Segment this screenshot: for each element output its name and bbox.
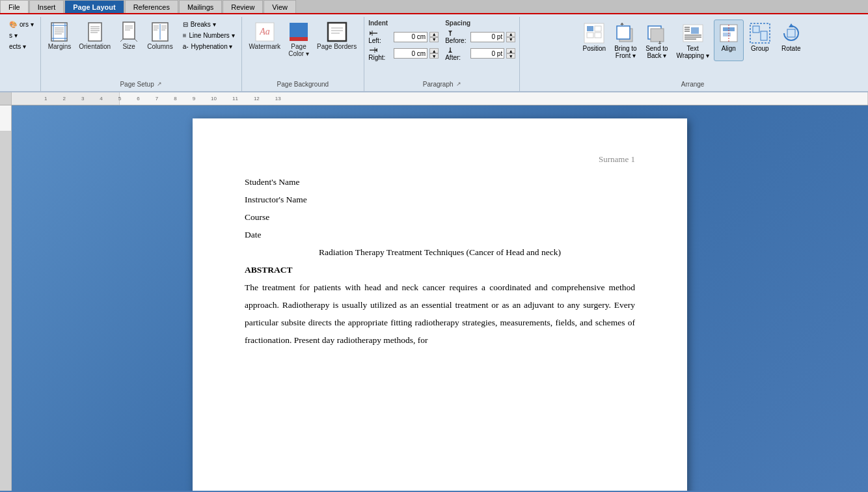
page-borders-label: Page Borders	[317, 43, 357, 50]
tab-view[interactable]: View	[264, 0, 296, 13]
arrange-group: Position Bring toFront ▾	[520, 17, 865, 91]
svg-rect-48	[595, 26, 601, 31]
svg-marker-43	[448, 31, 452, 33]
spacing-before-input[interactable]	[470, 32, 504, 42]
tab-mailings[interactable]: Mailings	[179, 0, 222, 13]
svg-rect-30	[290, 23, 308, 37]
ruler-area: 12345678910111213	[0, 92, 868, 105]
hyphenation-button[interactable]: a- Hyphenation ▾	[180, 42, 237, 51]
svg-rect-9	[88, 23, 102, 41]
course-line: Course	[245, 208, 635, 226]
spacing-after-input[interactable]	[470, 48, 504, 59]
svg-marker-40	[375, 48, 377, 52]
quick-access-group: 🎨 Breaks ors ▾ s ▾ ects ▾	[3, 17, 41, 91]
margins-label: Margins	[48, 43, 72, 50]
spacing-before-down[interactable]: ▼	[506, 37, 515, 42]
indent-controls: Indent Left: ▲	[368, 20, 439, 61]
group-button[interactable]: Group	[745, 20, 775, 61]
svg-marker-58	[658, 43, 662, 44]
columns-icon	[150, 21, 170, 42]
breaks-icon: ⊟	[183, 21, 188, 28]
document-page[interactable]: Surname 1 Student's Name Instructor's Na…	[193, 118, 687, 491]
arrange-buttons: Position Bring toFront ▾	[579, 20, 806, 61]
rotate-icon	[780, 21, 803, 45]
columns-button[interactable]: Columns	[144, 20, 176, 52]
svg-rect-73	[761, 31, 767, 40]
effects-btn[interactable]: ects ▾	[7, 42, 29, 51]
line-numbers-button[interactable]: ≡ Line Numbers ▾	[180, 31, 237, 40]
svg-rect-49	[587, 33, 593, 38]
bring-to-front-button[interactable]: Bring toFront ▾	[610, 20, 640, 61]
colors-icon: 🎨	[9, 21, 17, 28]
orientation-label: Orientation	[79, 43, 111, 50]
svg-rect-52	[617, 26, 630, 39]
indent-right-input[interactable]	[394, 48, 427, 59]
text-wrapping-button[interactable]: TextWrapping ▾	[673, 20, 712, 61]
svg-rect-47	[587, 26, 593, 31]
vertical-ruler	[0, 105, 12, 491]
orientation-button[interactable]: Orientation	[75, 20, 114, 52]
spacing-after-spinner: ▲ ▼	[506, 48, 515, 59]
page-color-label: PageColor ▾	[288, 43, 309, 57]
hyphenation-icon: a-	[183, 43, 189, 50]
group-label	[7, 78, 36, 90]
spacing-before-up[interactable]: ▲	[506, 32, 515, 37]
tab-page-layout[interactable]: Page Layout	[64, 0, 124, 13]
svg-rect-32	[328, 23, 346, 41]
spacing-after-down[interactable]: ▼	[506, 53, 515, 59]
margins-icon	[49, 21, 70, 42]
svg-marker-45	[448, 50, 452, 53]
align-button[interactable]: Align	[714, 20, 744, 61]
text-wrapping-label: TextWrapping ▾	[676, 45, 709, 59]
page-setup-expand-icon[interactable]: ↗	[157, 81, 162, 87]
spacing-after-row: After: ▲ ▼	[445, 46, 515, 61]
document-area: Surname 1 Student's Name Instructor's Na…	[0, 105, 868, 491]
page-setup-small-group: ⊟ Breaks ▾ ≡ Line Numbers ▾ a- Hyphenati…	[180, 20, 237, 51]
page-color-icon	[288, 21, 309, 42]
size-button[interactable]: Size	[115, 20, 142, 52]
page-background[interactable]: Surname 1 Student's Name Instructor's Na…	[12, 105, 868, 491]
indent-left-down[interactable]: ▼	[429, 37, 439, 42]
indent-right-row: Right: ▲ ▼	[368, 46, 439, 61]
send-to-back-icon	[645, 21, 668, 45]
fonts-btn[interactable]: s ▾	[7, 31, 20, 40]
tab-file[interactable]: File	[0, 0, 29, 13]
align-icon	[717, 21, 740, 45]
colors-btn[interactable]: 🎨 Breaks ors ▾	[7, 20, 36, 29]
ruler-corner	[0, 92, 12, 105]
position-button[interactable]: Position	[579, 20, 609, 61]
abstract-body: The treatment for patients with head and…	[245, 279, 635, 349]
tab-references[interactable]: References	[125, 0, 178, 13]
spacing-after-label: After:	[445, 46, 468, 61]
document-title: Radiation Therapy Treatment Techniques (…	[245, 243, 635, 261]
page-background-group: Aa Watermark PageColor ▾	[242, 17, 365, 91]
paragraph-expand-icon[interactable]: ↗	[456, 81, 461, 87]
spacing-header: Spacing	[445, 20, 515, 27]
tab-bar: File Insert Page Layout References Maili…	[0, 0, 868, 14]
margins-button[interactable]: Margins	[45, 20, 75, 52]
indent-left-input[interactable]	[394, 32, 427, 42]
indent-right-spinner: ▲ ▼	[429, 48, 439, 59]
svg-rect-69	[723, 33, 731, 36]
svg-rect-60	[691, 27, 699, 34]
indent-left-up[interactable]: ▲	[429, 32, 439, 37]
send-to-back-button[interactable]: Send toBack ▾	[642, 20, 671, 61]
breaks-label: Breaks ▾	[191, 21, 216, 28]
page-color-button[interactable]: PageColor ▾	[285, 20, 312, 59]
rotate-button[interactable]: Rotate	[776, 20, 806, 61]
tab-insert[interactable]: Insert	[29, 0, 64, 13]
instructor-name-line: Instructor's Name	[245, 191, 635, 208]
spacing-before-label: Before:	[445, 29, 468, 44]
indent-right-down[interactable]: ▼	[429, 53, 439, 59]
spacing-after-up[interactable]: ▲	[506, 48, 515, 53]
indent-right-up[interactable]: ▲	[429, 48, 439, 53]
horizontal-ruler: 12345678910111213	[12, 92, 868, 105]
group-icon	[748, 21, 772, 45]
indent-left-label: Left:	[368, 29, 392, 44]
watermark-label: Watermark	[249, 43, 281, 50]
page-borders-button[interactable]: Page Borders	[314, 20, 360, 52]
breaks-button[interactable]: ⊟ Breaks ▾	[180, 20, 237, 29]
tab-review[interactable]: Review	[223, 0, 263, 13]
svg-marker-54	[620, 23, 624, 25]
watermark-button[interactable]: Aa Watermark	[246, 20, 284, 52]
